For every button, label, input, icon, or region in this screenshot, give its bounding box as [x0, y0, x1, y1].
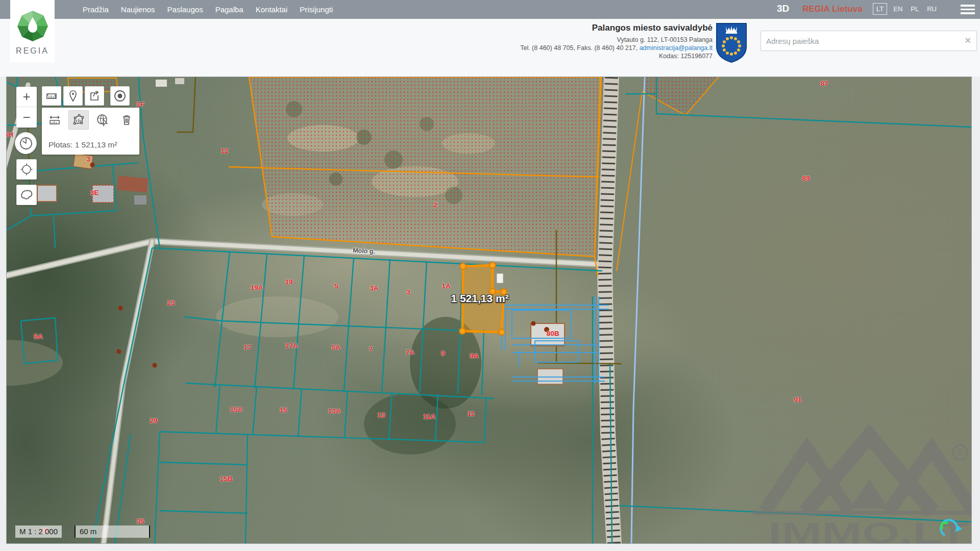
parcel-label-35: 35: [136, 517, 144, 525]
delete-measurement-button[interactable]: [116, 110, 137, 130]
parcel-label-23: 23: [167, 299, 175, 307]
map-scale-bar: 60 m: [75, 525, 150, 538]
parcel-label-87: 87: [820, 80, 828, 87]
measure-area-icon: [72, 113, 85, 127]
parcel-label-3H: 3H: [6, 131, 13, 138]
search-clear-icon[interactable]: ✕: [965, 36, 971, 45]
parcel-label-15B: 15B: [220, 475, 233, 483]
menu-item-pradzia[interactable]: Pradžia: [77, 0, 115, 19]
parcel-label-3: 3: [86, 155, 90, 163]
parcel-label-15: 15: [279, 406, 287, 414]
zoom-out-button[interactable]: −: [16, 107, 37, 128]
hamburger-menu-icon[interactable]: [961, 5, 975, 16]
parcel-label-29: 29: [150, 417, 157, 424]
area-result-text: Plotas: 1 521,13 m²: [48, 140, 117, 149]
municipality-phone: Tel. (8 460) 48 705, Faks. (8 460) 40 21…: [520, 44, 639, 52]
parcel-label-89: 89: [802, 174, 810, 182]
menu-item-paslaugos[interactable]: Paslaugos: [161, 0, 209, 19]
measured-area-map-label: 1 521,13 m²: [451, 292, 508, 305]
parcel-label-9: 9: [441, 349, 445, 357]
parcel-label-1A: 1A: [442, 282, 450, 290]
ruler-icon: [45, 90, 58, 102]
parcel-label-19: 19: [285, 278, 292, 286]
municipality-address: Vytauto g. 112, LT-00153 Palanga: [520, 36, 713, 44]
rotate-tool-icon[interactable]: [941, 520, 962, 535]
parcel-label-7A: 7A: [405, 348, 414, 356]
parcel-label-3: 3: [406, 288, 410, 296]
pin-icon: [67, 90, 79, 102]
parcel-label-15A: 15A: [230, 406, 243, 413]
lang-lt[interactable]: LT: [873, 3, 887, 15]
menu-item-kontaktai[interactable]: Kontaktai: [250, 0, 294, 19]
measure-tool-button[interactable]: [42, 86, 61, 106]
zoom-panel: + −: [16, 87, 37, 128]
regia-logo[interactable]: REGIA: [10, 0, 55, 62]
parcel-label-3A: 3A: [370, 284, 378, 292]
parcel-label-17A: 17A: [285, 342, 298, 349]
parcel-label-19A: 19A: [251, 284, 263, 291]
municipality-title: Palangos miesto savivaldybė: [520, 23, 713, 33]
parcel-label-80B: 80B: [547, 330, 559, 337]
parcel-label-13: 13: [377, 411, 385, 419]
parcel-label-5: 5: [334, 282, 338, 290]
menu-item-prisijungti[interactable]: Prisijungti: [293, 0, 339, 19]
map-viewport[interactable]: ® IMMO.LT 3H3F1233E22319A1953A31A5A1717A…: [6, 77, 972, 544]
parcel-label-11A: 11A: [423, 413, 435, 420]
parcel-label-3E: 3E: [90, 189, 99, 196]
top-nav-bar: Pradžia Naujienos Paslaugos Pagalba Kont…: [0, 0, 980, 19]
measure-length-button[interactable]: [44, 110, 65, 130]
parcel-label-13A: 13A: [328, 407, 341, 415]
immolt-watermark: ® IMMO.LT: [753, 436, 972, 544]
measure-area-button[interactable]: [68, 110, 89, 130]
regia-lietuva-link[interactable]: REGIA Lietuva: [802, 4, 862, 14]
regia-logo-icon: [16, 9, 50, 43]
clock-icon: [19, 136, 33, 151]
parcel-label-11: 11: [468, 410, 475, 417]
history-button[interactable]: [15, 132, 37, 154]
utility-line-blue-long: [631, 77, 645, 544]
municipality-contacts: Tel. (8 460) 48 705, Faks. (8 460) 40 21…: [520, 44, 713, 52]
parcel-label-91: 91: [794, 396, 801, 404]
locate-icon: [20, 163, 33, 176]
measure-panel: Plotas: 1 521,13 m²: [42, 108, 139, 155]
locate-me-button[interactable]: [16, 159, 37, 180]
street-label: Molo g.: [353, 247, 375, 255]
measure-length-icon: [48, 113, 61, 127]
share-tool-button[interactable]: [85, 86, 104, 106]
lang-pl[interactable]: PL: [911, 5, 919, 13]
municipality-code: Kodas: 125196077: [520, 52, 713, 60]
address-search-input[interactable]: [766, 31, 960, 51]
share-icon: [88, 90, 101, 102]
municipality-email-link[interactable]: administracija@palanga.lt: [640, 44, 713, 52]
record-icon: [113, 89, 127, 103]
record-location-button[interactable]: [110, 86, 130, 106]
parcel-label-5A: 5A: [331, 343, 340, 351]
palanga-coat-of-arms: [716, 22, 747, 63]
map-scale-text: M 1 : 2 000: [15, 525, 62, 538]
parcel-label-9A: 9A: [470, 352, 478, 360]
parcel-label-2: 2: [433, 201, 437, 209]
measure-geodesic-button[interactable]: [92, 110, 113, 130]
marker-tool-button[interactable]: [63, 86, 83, 106]
parcel-label-3F: 3F: [136, 101, 144, 108]
parcel-label-7: 7: [369, 345, 373, 353]
menu-item-naujienos[interactable]: Naujienos: [115, 0, 161, 19]
parcel-label-12: 12: [220, 147, 228, 155]
view-3d-button[interactable]: 3D: [777, 3, 789, 14]
watermark-reg-symbol: ®: [957, 447, 964, 458]
trash-icon: [121, 114, 132, 126]
globe-pointer-icon: [96, 113, 109, 127]
main-menu: Pradžia Naujienos Paslaugos Pagalba Kont…: [77, 0, 339, 19]
address-search-box: ✕: [761, 31, 977, 51]
parcel-label-17: 17: [243, 343, 251, 351]
menu-item-pagalba[interactable]: Pagalba: [209, 0, 250, 19]
select-by-polygon-button[interactable]: [16, 185, 37, 205]
lasso-icon: [19, 189, 34, 201]
parcel-label-5A: 5A: [34, 333, 42, 340]
municipality-info: Palangos miesto savivaldybė Vytauto g. 1…: [520, 23, 713, 60]
regia-logo-text: REGIA: [10, 46, 55, 56]
lang-en[interactable]: EN: [893, 5, 902, 13]
zoom-in-button[interactable]: +: [16, 87, 37, 107]
lang-ru[interactable]: RU: [927, 5, 937, 13]
language-switcher: LT EN PL RU: [871, 3, 941, 15]
